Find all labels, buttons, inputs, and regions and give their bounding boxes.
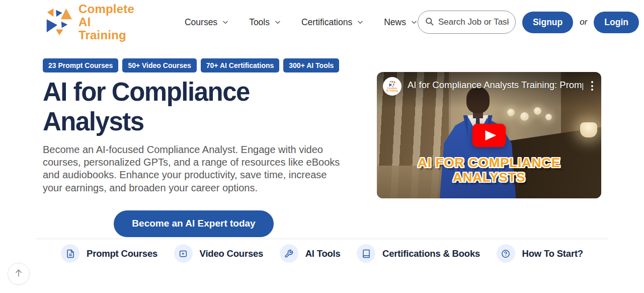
main-nav: Courses Tools Certifications News	[185, 17, 418, 28]
badge-video-courses[interactable]: 50+ Video Courses	[122, 58, 196, 72]
header-actions: Signup or Login	[418, 11, 639, 34]
video-scene-sidelamp	[580, 122, 597, 137]
logo-text: Complete AI Training	[78, 3, 134, 42]
quicklink-label: Certifications & Books	[382, 248, 480, 259]
badge-ai-tools[interactable]: 300+ AI Tools	[283, 58, 339, 72]
video-title[interactable]: AI for Compliance Analysts Training: Pro…	[408, 80, 583, 91]
video-play-icon	[174, 244, 193, 263]
video-title-bar: Complete AI Training AI for Compliance A…	[377, 72, 601, 108]
video-scene-lamp	[545, 114, 552, 120]
logo[interactable]: Complete AI Training	[43, 3, 134, 42]
quicklinks-section: Prompt Courses Video Courses AI Tools Ce…	[36, 239, 608, 263]
chevron-down-icon	[222, 19, 229, 26]
book-icon	[357, 244, 375, 263]
quicklink-ai-tools[interactable]: AI Tools	[280, 244, 341, 263]
nav-item-tools[interactable]: Tools	[249, 17, 281, 28]
badge-prompt-courses[interactable]: 23 Prompt Courses	[43, 58, 118, 72]
chevron-down-icon	[274, 19, 281, 26]
scroll-to-top-button[interactable]	[8, 263, 30, 285]
caption-line-1: AI FOR COMPLIANCE	[377, 156, 601, 170]
quicklink-video-courses[interactable]: Video Courses	[174, 244, 264, 263]
nav-item-courses[interactable]: Courses	[185, 17, 229, 28]
quicklink-label: Video Courses	[200, 248, 264, 259]
nav-label: News	[384, 17, 406, 28]
nav-item-news[interactable]: News	[384, 17, 418, 28]
caption-line-2: ANALYSTS	[377, 170, 601, 185]
nav-label: Tools	[249, 17, 270, 28]
page: Complete AI Training Courses Tools Certi…	[0, 0, 644, 293]
channel-avatar[interactable]: Complete AI Training	[383, 77, 401, 96]
hero-left-column: 23 Prompt Courses 50+ Video Courses 70+ …	[43, 58, 345, 237]
become-expert-button[interactable]: Become an AI Expert today	[114, 210, 273, 237]
channel-name: Complete AI Training	[386, 88, 398, 93]
login-button[interactable]: Login	[594, 12, 639, 33]
quicklink-prompt-courses[interactable]: Prompt Courses	[61, 244, 157, 263]
video-caption-overlay: AI FOR COMPLIANCE ANALYSTS	[377, 156, 601, 185]
play-button[interactable]	[472, 123, 506, 147]
nav-label: Certifications	[301, 17, 352, 28]
nav-item-certifications[interactable]: Certifications	[301, 17, 364, 28]
nav-label: Courses	[185, 17, 217, 28]
quicklinks-row: Prompt Courses Video Courses AI Tools Ce…	[36, 239, 608, 263]
search-input[interactable]	[438, 17, 509, 27]
or-label: or	[580, 17, 587, 27]
hero-description: Become an AI-focused Compliance Analyst.…	[43, 143, 345, 194]
chevron-down-icon	[411, 19, 418, 26]
quicklink-label: AI Tools	[305, 248, 341, 259]
logo-triangles-icon	[43, 7, 72, 38]
hero-section: 23 Prompt Courses 50+ Video Courses 70+ …	[0, 40, 644, 237]
chevron-down-icon	[357, 19, 364, 26]
search-icon	[425, 17, 434, 28]
logo-line-1: Complete	[78, 3, 134, 16]
page-title: AI for Compliance Analysts	[43, 77, 345, 136]
quicklink-certifications-books[interactable]: Certifications & Books	[357, 244, 480, 263]
stat-badges: 23 Prompt Courses 50+ Video Courses 70+ …	[43, 58, 345, 72]
wrench-icon	[280, 244, 298, 263]
signup-button[interactable]: Signup	[522, 12, 573, 33]
quicklink-label: How To Start?	[522, 248, 583, 259]
question-icon	[497, 244, 515, 263]
quicklink-label: Prompt Courses	[87, 248, 157, 259]
arrow-up-icon	[14, 268, 24, 280]
logo-line-2: AI Training	[78, 16, 134, 42]
youtube-player[interactable]: Complete AI Training AI for Compliance A…	[377, 72, 601, 198]
header: Complete AI Training Courses Tools Certi…	[0, 0, 644, 40]
document-icon	[61, 244, 79, 263]
more-options-icon[interactable]	[589, 78, 595, 94]
badge-ai-certifications[interactable]: 70+ AI Certifications	[201, 58, 279, 72]
search-box[interactable]	[418, 11, 516, 34]
quicklink-how-to-start[interactable]: How To Start?	[497, 244, 583, 263]
